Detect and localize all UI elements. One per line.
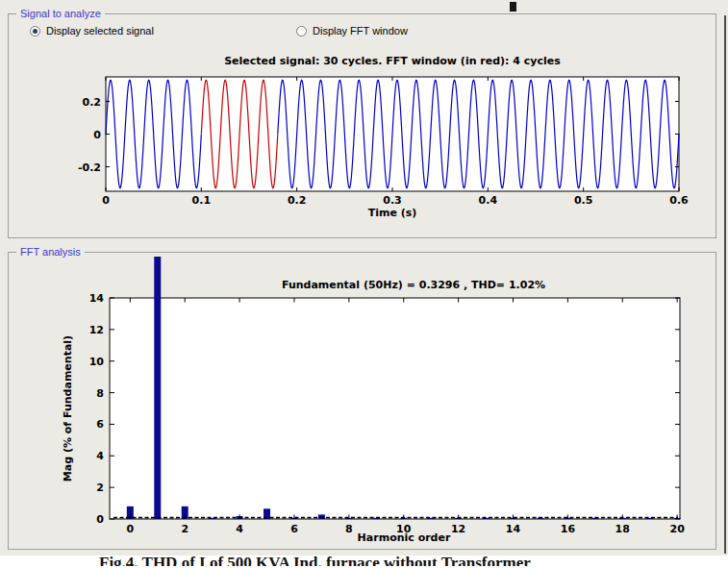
y-tick-label: 4 [96,450,104,462]
x-tick-label: 18 [615,523,630,535]
x-tick-label: 6 [290,523,298,535]
x-tick-label: 20 [669,523,685,535]
figure-caption-clipped: Fig.4. THD of I of 500 KVA Ind. furnace … [99,555,531,566]
x-tick-label: 0.1 [192,194,212,207]
y-tick-label: -0.2 [78,161,101,174]
time-axis-label: Time (s) [368,207,417,219]
x-tick-label: 4 [236,523,243,535]
x-tick-label: 12 [451,523,465,535]
x-tick-label: 0.5 [574,194,593,207]
fft-plot: 0246810121416182002468101214 Fundamental… [0,248,728,557]
plot-box [110,298,680,519]
x-tick-label: 14 [506,523,521,535]
fft-plot-title: Fundamental (50Hz) = 0.3296 , THD= 1.02% [282,279,545,291]
harmonic-bar [154,257,161,519]
fft-plot-axes: 0246810121416182002468101214 [89,257,685,535]
x-tick-label: 8 [345,523,353,535]
x-tick-label: 0.2 [288,194,307,207]
y-tick-label: 6 [96,418,104,431]
magnitude-axis-label: Mag (% of Fundamental) [62,335,74,482]
y-tick-label: 8 [96,387,104,400]
x-tick-label: 16 [561,523,576,535]
signal-plot-title: Selected signal: 30 cycles. FFT window (… [224,55,561,67]
x-tick-label: 2 [181,523,188,535]
y-tick-label: 0 [93,129,101,141]
y-tick-label: 0.2 [83,96,102,109]
window-right-edge-line [724,15,726,554]
x-tick-label: 0 [127,523,135,535]
y-tick-label: 0 [96,513,104,526]
x-tick-label: 0.6 [669,194,689,207]
y-tick-label: 2 [96,482,104,494]
y-tick-label: 12 [89,324,104,336]
y-tick-label: 14 [89,292,105,305]
y-tick-label: 10 [89,356,105,368]
x-tick-label: 0.4 [479,194,498,207]
signal-plot: Selected signal: 30 cycles. FFT window (… [0,0,728,240]
x-tick-label: 0 [102,194,110,207]
x-tick-label: 0.3 [383,194,402,207]
harmonic-order-axis-label: Harmonic order [358,531,451,544]
powergui-fft-window: Signal to analyze Display selected signa… [0,0,728,556]
signal-plot-axes: 00.10.20.30.40.50.6-0.200.2 [78,77,689,207]
screenshot-artifact-mark [510,2,516,12]
